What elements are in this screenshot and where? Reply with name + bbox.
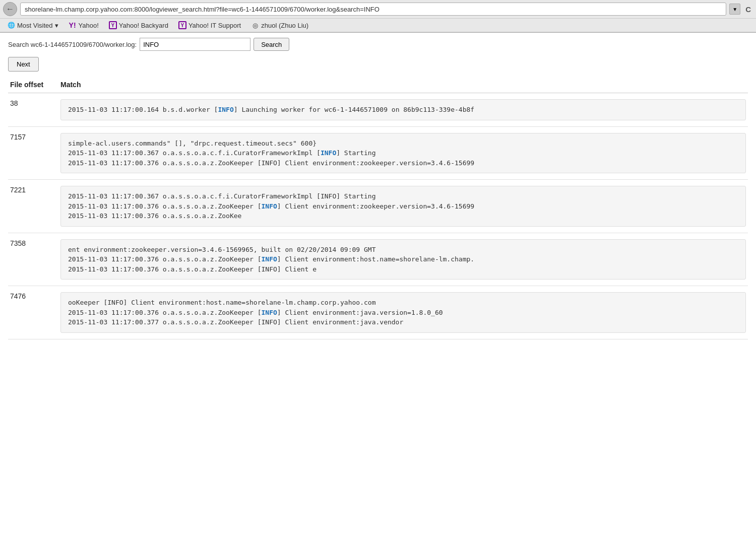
yahoo-icon: Y!: [69, 21, 77, 29]
most-visited-label: Most Visited: [17, 22, 53, 29]
match-cell: simple-acl.users.commands" [], "drpc.req…: [58, 126, 748, 180]
match-box: ent environment:zookeeper.version=3.4.6-…: [60, 239, 746, 280]
yahoo-backyard-icon: Y: [109, 21, 117, 29]
match-cell: 2015-11-03 11:17:00.164 b.s.d.worker [IN…: [58, 93, 748, 127]
yahoo-backyard-label: Yahoo! Backyard: [119, 22, 168, 29]
info-highlight: INFO: [321, 149, 336, 157]
offset-cell: 7476: [8, 286, 58, 339]
search-button[interactable]: Search: [254, 38, 289, 51]
next-button[interactable]: Next: [8, 57, 39, 72]
offset-cell: 7157: [8, 126, 58, 180]
match-box: simple-acl.users.commands" [], "drpc.req…: [60, 133, 746, 174]
back-button[interactable]: ←: [3, 2, 17, 16]
info-highlight: INFO: [262, 202, 277, 210]
url-field[interactable]: shorelane-lm.champ.corp.yahoo.com:8000/l…: [20, 3, 726, 16]
table-row: 7358ent environment:zookeeper.version=3.…: [8, 233, 748, 286]
info-highlight: INFO: [218, 106, 233, 113]
bookmark-yahoo-backyard[interactable]: Y Yahoo! Backyard: [105, 20, 172, 30]
browser-chrome: ← shorelane-lm.champ.corp.yahoo.com:8000…: [0, 0, 756, 33]
table-row: 7157simple-acl.users.commands" [], "drpc…: [8, 126, 748, 180]
col-header-match: Match: [58, 79, 748, 93]
bookmark-zhuol[interactable]: ◎ zhuol (Zhuo Liu): [247, 20, 312, 30]
match-box: 2015-11-03 11:17:00.164 b.s.d.worker [IN…: [60, 99, 746, 120]
yahoo-it-support-icon: Y: [178, 21, 186, 29]
match-box: 2015-11-03 11:17:00.367 o.a.s.s.o.a.c.f.…: [60, 186, 746, 227]
col-header-offset: File offset: [8, 79, 58, 93]
match-cell: ooKeeper [INFO] Client environment:host.…: [58, 286, 748, 339]
match-cell: 2015-11-03 11:17:00.367 o.a.s.s.o.a.c.f.…: [58, 180, 748, 233]
offset-cell: 7221: [8, 180, 58, 233]
search-label: Search wc6-1-1446571009/6700/worker.log:: [8, 41, 137, 48]
zhuol-icon: ◎: [251, 21, 259, 29]
offset-cell: 38: [8, 93, 58, 127]
table-row: 7476ooKeeper [INFO] Client environment:h…: [8, 286, 748, 339]
table-row: 72212015-11-03 11:17:00.367 o.a.s.s.o.a.…: [8, 180, 748, 233]
results-table: File offset Match 382015-11-03 11:17:00.…: [8, 79, 748, 339]
address-bar: ← shorelane-lm.champ.corp.yahoo.com:8000…: [0, 0, 756, 19]
offset-cell: 7358: [8, 233, 58, 286]
info-highlight: INFO: [262, 309, 277, 316]
bookmark-yahoo[interactable]: Y! Yahoo!: [65, 20, 103, 30]
page-content: Search wc6-1-1446571009/6700/worker.log:…: [0, 33, 756, 344]
yahoo-it-support-label: Yahoo! IT Support: [188, 22, 241, 29]
search-input[interactable]: [140, 38, 250, 51]
bookmark-most-visited[interactable]: 🌐 Most Visited ▾: [3, 20, 62, 30]
match-cell: ent environment:zookeeper.version=3.4.6-…: [58, 233, 748, 286]
search-bar: Search wc6-1-1446571009/6700/worker.log:…: [8, 38, 748, 51]
most-visited-arrow: ▾: [55, 22, 58, 29]
table-row: 382015-11-03 11:17:00.164 b.s.d.worker […: [8, 93, 748, 127]
most-visited-icon: 🌐: [7, 21, 15, 29]
bookmark-yahoo-it-support[interactable]: Y Yahoo! IT Support: [174, 20, 245, 30]
bookmarks-bar: 🌐 Most Visited ▾ Y! Yahoo! Y Yahoo! Back…: [0, 19, 756, 32]
reload-button[interactable]: C: [743, 5, 753, 14]
zhuol-label: zhuol (Zhuo Liu): [261, 22, 308, 29]
info-highlight: INFO: [262, 255, 277, 263]
yahoo-label: Yahoo!: [79, 22, 99, 29]
match-box: ooKeeper [INFO] Client environment:host.…: [60, 292, 746, 333]
dropdown-button[interactable]: ▼: [729, 4, 740, 15]
